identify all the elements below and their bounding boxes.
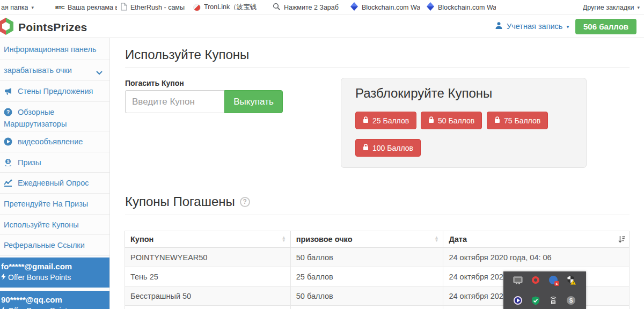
cell-coupon: POINTYNEWYEAR50 [125,248,291,267]
sidebar-item-label: Ежедневный Опрос [18,179,89,187]
referral-card-2[interactable]: 90*****@qq.com Offer Bonus Points [0,291,109,309]
coupon-input[interactable] [125,90,224,113]
bookmark-tronlink[interactable]: TronLink（波宝钱 [193,0,261,14]
tronlink-icon [193,4,201,11]
sidebar-item-label: Претендуйте На Призы [4,200,88,208]
help-icon[interactable]: ? [240,197,250,207]
sidebar-item-survey-routers[interactable]: ? Обзорные Маршрутизаторы [0,102,109,131]
sort-desc-icon [618,236,625,245]
referral-email: fo*****@gmail.com [1,262,107,271]
referral-offer-label: Offer Bonus Points [8,306,71,309]
sort-icon: ▲▼ [435,236,439,242]
unlock-75-button[interactable]: 75 Баллов [487,112,548,129]
unlock-panel-title: Разблокируйте Купоны [355,86,492,101]
other-bookmarks-button[interactable]: Другие закладки ▾ [583,0,640,14]
unlock-button-label: 25 Баллов [372,116,409,125]
svg-text:!: ! [573,281,574,285]
divider [125,67,630,68]
sidebar-item-label: видеообъявление [18,137,83,146]
cell-points: 50 баллов [290,286,443,306]
sidebar-nav: Информационная панель зарабатывать очки … [0,38,110,309]
play-circle-icon [4,137,12,149]
media-player-icon[interactable] [513,295,523,306]
sidebar-item-label: Реферальные Ссылки [4,241,85,249]
sidebar-item-label: Обзорные Маршрутизаторы [4,108,67,128]
sidebar-item-label: Информационная панель [4,45,96,54]
lock-icon [363,144,369,152]
divider [125,215,630,215]
points-balance-badge[interactable]: 506 баллов [575,19,636,34]
redeem-input-group: Выкупать [125,90,283,113]
lock-icon [363,116,369,125]
bookmark-click2earn[interactable]: Нажмите 2 Зараб [273,0,340,14]
unlock-100-button[interactable]: 100 Баллов [355,139,421,157]
column-header-points[interactable]: призовое очко ▲▼ [290,231,443,248]
column-header-date[interactable]: Дата [443,231,630,248]
referral-offer-label: Offer Bonus Points [8,273,71,282]
svg-text:?: ? [6,109,10,115]
sidebar-item-referral-links[interactable]: Реферальные Ссылки [0,235,109,256]
cell-points: 25 баллов [290,267,443,286]
magnifier-icon [273,3,281,12]
bookmark-btc[interactable]: BTC Ваша реклама в се [55,0,117,14]
column-header-coupon[interactable]: Купон ▲▼ [125,231,291,248]
caret-down-icon: ▾ [637,5,640,10]
sidebar-item-prizes[interactable]: $ Призы [0,152,109,173]
sidebar-item-video-ads[interactable]: видеообъявление [0,131,109,152]
cell-points: 50 баллов [290,248,443,267]
windows-defender-icon[interactable]: ! [566,275,576,285]
brand-logo[interactable]: PointsPrizes [0,17,87,38]
hexagon-logo-icon [0,17,15,38]
display-icon[interactable] [513,275,523,285]
sidebar-item-label: Стены Предложения [18,87,93,95]
caret-down-icon: ▾ [31,5,34,10]
bookmark-label: Ваша реклама в се [68,4,117,11]
sidebar-item-dashboard[interactable]: Информационная панель [0,38,109,60]
sidebar-item-use-coupons[interactable]: Используйте Купоны [0,215,109,235]
bookmark-label: TronLink（波宝钱 [204,3,261,12]
bookmarks-bar: ая папка ▾ BTC Ваша реклама в се EtherRu… [0,0,644,15]
lock-icon [494,116,500,125]
referral-card-1[interactable]: fo*****@gmail.com Offer Bonus Points [0,258,109,288]
line-chart-icon [4,179,12,190]
other-bookmarks-label: Другие закладки [583,4,634,11]
bookmark-label: EtherRush - самый [130,4,185,11]
bookmark-label: Blockchain.com Wa [362,4,420,11]
referral-email: 90*****@qq.com [1,295,107,305]
question-circle-icon: ? [4,108,12,119]
unlock-button-label: 75 Баллов [504,116,540,125]
bolt-icon [1,306,6,309]
bookmark-folder[interactable]: ая папка ▾ [1,0,34,14]
sort-icon: ▲▼ [282,236,286,242]
unlock-50-button[interactable]: 50 Баллов [421,112,482,129]
redeem-button[interactable]: Выкупать [224,90,283,113]
steam-icon[interactable]: s [548,275,559,285]
main-content: Используйте Купоны Погасить Купон Выкупа… [110,38,644,309]
blockchain-gem-icon [350,2,358,12]
bookmark-blockchain-2[interactable]: Blockchain.com Wa [426,0,496,14]
sidebar-item-claim-prizes[interactable]: Претендуйте На Призы [0,194,109,215]
sidebar-item-label: Призы [18,158,41,167]
chevron-down-icon [96,68,103,78]
sidebar-item-offer-walls[interactable]: Стены Предложения [0,81,109,102]
opera-icon[interactable] [530,275,541,285]
sidebar-item-daily-poll[interactable]: Ежедневный Опрос [0,173,109,194]
bookmark-etherrush[interactable]: EtherRush - самый [120,0,185,14]
btc-icon: BTC [55,5,64,10]
page-icon [120,3,127,12]
skype-icon[interactable]: S [566,295,576,306]
account-menu[interactable]: Учетная запись ▾ [495,15,569,38]
unlock-25-button[interactable]: 25 Баллов [355,112,416,129]
sidebar-item-label: Используйте Купоны [4,220,79,229]
unlock-button-label: 100 Баллов [372,144,413,152]
sidebar-item-label: зарабатывать очки [4,66,72,75]
redeem-coupon-label: Погасить Купон [125,79,184,87]
radio-device-icon[interactable] [548,295,559,306]
megaphone-icon [4,87,12,98]
bookmark-label: ая папка [1,4,28,11]
sidebar-item-earn-points[interactable]: зарабатывать очки [0,60,109,81]
bookmark-blockchain-1[interactable]: Blockchain.com Wa [350,0,420,14]
antivirus-shield-icon[interactable] [530,295,541,306]
unlock-button-label: 50 Баллов [438,116,474,125]
column-header-label: призовое очко [296,235,353,244]
